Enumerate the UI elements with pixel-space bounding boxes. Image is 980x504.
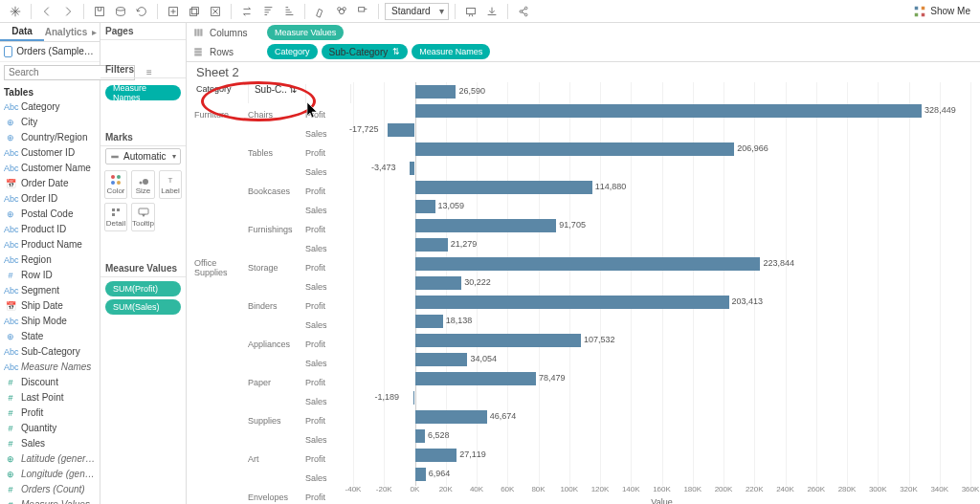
- sort-desc-icon[interactable]: [279, 2, 299, 21]
- bar[interactable]: [415, 353, 468, 366]
- bar-value-label: -1,189: [375, 392, 400, 402]
- duplicate-icon[interactable]: [185, 2, 204, 21]
- field-measure-values[interactable]: #Measure Values: [0, 497, 100, 504]
- filters-shelf[interactable]: Measure Names: [100, 78, 186, 104]
- marks-size-button[interactable]: Size: [131, 170, 155, 199]
- sort-indicator-icon[interactable]: ⇅: [289, 84, 297, 95]
- marks-detail-button[interactable]: Detail: [104, 203, 127, 231]
- bar[interactable]: [415, 276, 462, 290]
- bar[interactable]: [415, 104, 923, 118]
- bar[interactable]: [415, 429, 426, 443]
- bar[interactable]: [415, 296, 729, 309]
- bar[interactable]: [415, 181, 592, 194]
- field-segment[interactable]: AbcSegment: [0, 283, 100, 298]
- columns-shelf[interactable]: Columns Measure Values: [187, 23, 980, 42]
- marks-tooltip-button[interactable]: Tooltip: [131, 203, 155, 231]
- field-orders-count-[interactable]: #Orders (Count): [0, 482, 100, 497]
- share-icon[interactable]: [514, 2, 533, 21]
- bar[interactable]: [415, 468, 426, 481]
- header-category[interactable]: Category: [192, 84, 249, 103]
- measure-values-shelf[interactable]: SUM(Profit) SUM(Sales): [100, 277, 186, 318]
- bar[interactable]: [415, 315, 443, 328]
- datasource-row[interactable]: Orders (Sample - Super...: [0, 42, 100, 63]
- marks-color-button[interactable]: Color: [104, 170, 127, 199]
- bar[interactable]: [415, 257, 761, 271]
- bar[interactable]: [388, 123, 415, 137]
- download-icon[interactable]: [482, 2, 501, 21]
- marks-label-button[interactable]: TLabel: [159, 170, 182, 199]
- bar[interactable]: [415, 410, 487, 424]
- pages-shelf[interactable]: [100, 40, 186, 61]
- field-city[interactable]: ⊕City: [0, 115, 100, 130]
- back-icon[interactable]: [37, 2, 56, 21]
- save-icon[interactable]: [90, 2, 109, 21]
- field-sales[interactable]: #Sales: [0, 436, 100, 451]
- field-longitude-generated-[interactable]: ⊕Longitude (generated): [0, 467, 100, 482]
- bar[interactable]: [413, 391, 415, 405]
- field-profit[interactable]: #Profit: [0, 405, 100, 421]
- field-order-id[interactable]: AbcOrder ID: [0, 191, 100, 207]
- field-row-id[interactable]: #Row ID: [0, 268, 100, 283]
- field-product-id[interactable]: AbcProduct ID: [0, 222, 100, 237]
- field-sub-category[interactable]: AbcSub-Category: [0, 344, 100, 360]
- field-customer-name[interactable]: AbcCustomer Name: [0, 161, 100, 176]
- col-pill-measure-values[interactable]: Measure Values: [267, 25, 344, 40]
- swap-icon[interactable]: [237, 2, 256, 21]
- field-last-point[interactable]: #Last Point: [0, 390, 100, 405]
- header-subcategory[interactable]: Sub-C.. ⇅: [251, 84, 306, 103]
- row-pill-measure-names[interactable]: Measure Names: [412, 44, 490, 59]
- bar[interactable]: [415, 449, 457, 462]
- bar[interactable]: [415, 85, 457, 99]
- sheet-title[interactable]: Sheet 2: [187, 62, 980, 82]
- new-worksheet-icon[interactable]: [164, 2, 183, 21]
- field-quantity[interactable]: #Quantity: [0, 421, 100, 436]
- field-region[interactable]: AbcRegion: [0, 252, 100, 268]
- field-category[interactable]: AbcCategory: [0, 99, 100, 115]
- field-ship-date[interactable]: 📅Ship Date: [0, 298, 100, 314]
- row-pill-category[interactable]: Category: [267, 44, 318, 59]
- bar[interactable]: [415, 334, 581, 347]
- mv-pill-sum-profit[interactable]: SUM(Profit): [105, 281, 181, 296]
- labels-icon[interactable]: [353, 2, 372, 21]
- presentation-icon[interactable]: [461, 2, 480, 21]
- row-subcat-label: Storage: [248, 263, 305, 273]
- field-state[interactable]: ⊕State: [0, 329, 100, 344]
- bar[interactable]: [415, 219, 557, 232]
- field-country-region[interactable]: ⊕Country/Region: [0, 130, 100, 145]
- axis-tick: 120K: [591, 485, 610, 493]
- field-product-name[interactable]: AbcProduct Name: [0, 237, 100, 252]
- tab-analytics[interactable]: Analytics: [44, 23, 88, 41]
- fit-select[interactable]: Standard: [385, 3, 449, 20]
- group-icon[interactable]: [332, 2, 351, 21]
- bar[interactable]: [415, 238, 448, 252]
- datasource-icon: [4, 46, 12, 57]
- mark-type-select[interactable]: Automatic: [105, 148, 181, 164]
- highlight-icon[interactable]: [311, 2, 330, 21]
- field-ship-mode[interactable]: AbcShip Mode: [0, 314, 100, 329]
- bar[interactable]: [410, 162, 415, 175]
- field-measure-names[interactable]: AbcMeasure Names: [0, 360, 100, 375]
- filter-pill-measure-names[interactable]: Measure Names: [105, 85, 181, 100]
- field-postal-code[interactable]: ⊕Postal Code: [0, 207, 100, 222]
- bar[interactable]: [415, 200, 435, 213]
- bar[interactable]: [415, 142, 735, 156]
- rows-shelf[interactable]: Rows Category Sub-Category ⇅ Measure Nam…: [187, 42, 980, 61]
- refresh-icon[interactable]: [132, 2, 151, 21]
- bar[interactable]: [415, 372, 537, 385]
- clear-icon[interactable]: [206, 2, 225, 21]
- new-datasource-icon[interactable]: [111, 2, 130, 21]
- field-latitude-generated-[interactable]: ⊕Latitude (generated): [0, 451, 100, 467]
- show-me-button[interactable]: Show Me: [913, 5, 970, 18]
- field-customer-id[interactable]: AbcCustomer ID: [0, 145, 100, 161]
- tab-data[interactable]: Data: [0, 23, 44, 41]
- chart-area[interactable]: -40K-20K0K20K40K60K80K100K120K140K160K18…: [353, 82, 970, 504]
- sort-asc-icon[interactable]: [258, 2, 278, 21]
- tableau-logo-icon[interactable]: [6, 2, 25, 21]
- row-pill-sub-category[interactable]: Sub-Category ⇅: [322, 44, 409, 59]
- tabs-menu-icon[interactable]: ▸: [88, 23, 100, 41]
- mv-pill-sum-sales[interactable]: SUM(Sales): [105, 299, 181, 315]
- axis-tick: 20K: [439, 485, 453, 493]
- forward-icon[interactable]: [58, 2, 78, 21]
- field-discount[interactable]: #Discount: [0, 375, 100, 390]
- field-order-date[interactable]: 📅Order Date: [0, 176, 100, 191]
